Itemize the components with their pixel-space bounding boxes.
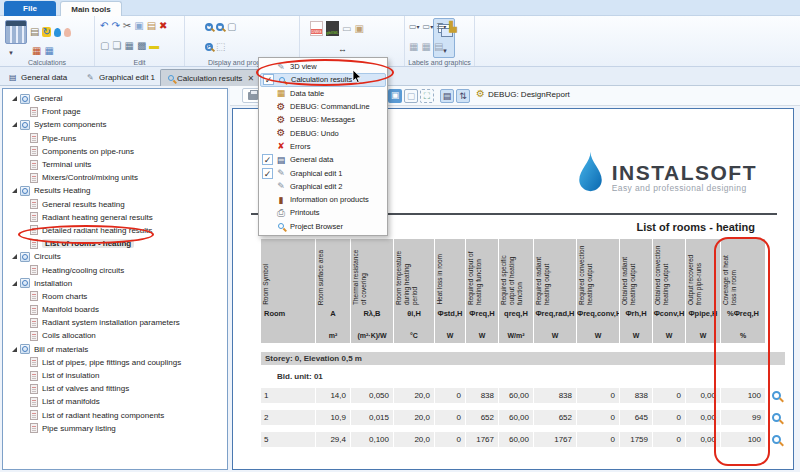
- close-tab-icon[interactable]: ✕: [247, 74, 254, 83]
- menu-item-information-on-products[interactable]: ▮Information on products: [260, 193, 386, 206]
- tree-item[interactable]: List of pipes, pipe fittings and couplin…: [3, 356, 227, 369]
- warm-drop-icon[interactable]: [64, 28, 71, 37]
- sort-columns-icon[interactable]: ⇅: [456, 89, 470, 103]
- menu-item-data-table[interactable]: ▦Data table: [260, 87, 386, 100]
- expand-arrow-icon[interactable]: [12, 96, 17, 101]
- tree-section-system-components[interactable]: System components: [3, 118, 227, 131]
- tree-section-circuits[interactable]: Circuits: [3, 250, 227, 263]
- tree-item[interactable]: List of valves and fittings: [3, 382, 227, 395]
- zoom-out-icon[interactable]: −: [216, 23, 224, 31]
- tab-main-tools[interactable]: Main tools: [60, 1, 122, 16]
- tree-item[interactable]: Mixers/Control/mixing units: [3, 171, 227, 184]
- tree-item[interactable]: Terminal units: [3, 158, 227, 171]
- tree-item[interactable]: List of insulation: [3, 369, 227, 382]
- doctab-calculation-results[interactable]: Calculation results ✕: [160, 69, 262, 86]
- menu-item-graphical-edit-2[interactable]: ✎Graphical edit 2: [260, 180, 386, 193]
- legend-icon[interactable]: ▙: [449, 22, 457, 32]
- redo-icon[interactable]: ↷: [111, 21, 119, 31]
- doctab-graphical-edit-1[interactable]: ✎ Graphical edit 1: [80, 69, 162, 86]
- symbol-cell: Rλ,B: [351, 307, 393, 321]
- gear-icon: ⚙: [275, 128, 287, 138]
- tree-item[interactable]: Heating/cooling circuits: [3, 263, 227, 276]
- tree-item[interactable]: Detailed radiant heating results: [3, 224, 227, 237]
- gbxml-file-icon[interactable]: [326, 21, 339, 36]
- menu-item-general-data[interactable]: ✓▤General data: [260, 153, 386, 166]
- row-magnifier-icon[interactable]: [772, 391, 781, 400]
- expand-arrow-icon[interactable]: [12, 188, 17, 193]
- text-lines-icon[interactable]: ☰▾: [436, 22, 446, 32]
- ruler-icon[interactable]: ▭: [342, 24, 351, 34]
- duplicate-icon[interactable]: ❏: [112, 41, 121, 51]
- menu-item-debug-messages[interactable]: ⚙DEBUG: Messages: [260, 113, 386, 126]
- copy-icon[interactable]: ▣: [134, 21, 143, 31]
- zoom-selection-icon[interactable]: ⬚: [216, 42, 225, 52]
- zoom-window-icon[interactable]: ▢: [227, 22, 236, 32]
- delete-icon[interactable]: ✖: [159, 21, 167, 31]
- tree-item[interactable]: Pipe summary listing: [3, 422, 227, 435]
- menu-item-debug-undo[interactable]: ⚙DEBUG: Undo: [260, 126, 386, 139]
- zoom-all-icon[interactable]: A: [205, 43, 213, 51]
- tree-item[interactable]: Front page: [3, 105, 227, 118]
- row-magnifier-icon[interactable]: [772, 435, 781, 444]
- menu-item-printouts[interactable]: ⎙Printouts: [260, 206, 386, 219]
- expand-arrow-icon[interactable]: [12, 281, 17, 286]
- label-frame-icon[interactable]: ▭▾: [423, 22, 434, 32]
- zoom-in-icon[interactable]: +: [205, 23, 213, 31]
- menu-item-3d-view[interactable]: ✎3D view: [260, 60, 386, 73]
- calculator-icon[interactable]: [5, 20, 27, 44]
- row-magnifier-icon[interactable]: [772, 413, 781, 422]
- doctab-general-data[interactable]: ▤ General data: [2, 69, 74, 86]
- layout-toggle-icon[interactable]: ▤: [440, 89, 454, 103]
- group-icon[interactable]: ▦: [124, 41, 133, 51]
- expand-arrow-icon[interactable]: [12, 347, 17, 352]
- outline-view-icon[interactable]: ▢: [404, 89, 418, 103]
- tree-section-bill-of-materials[interactable]: Bill of materials: [3, 343, 227, 356]
- results-grid-icon[interactable]: ▦: [32, 46, 41, 56]
- tree-item[interactable]: Pipe-runs: [3, 132, 227, 145]
- select-marquee-icon[interactable]: ▢: [100, 41, 109, 51]
- layers-icon[interactable]: ▩: [137, 41, 146, 51]
- water-drop-icon[interactable]: [54, 28, 61, 37]
- tree-item-selected[interactable]: List of rooms - heating: [3, 237, 227, 250]
- table-insert-icon[interactable]: ▦: [409, 42, 418, 52]
- measure-icon[interactable]: ↔: [338, 44, 347, 54]
- fill-view-icon[interactable]: ▣: [388, 89, 402, 103]
- tree-item[interactable]: Components on pipe-runs: [3, 145, 227, 158]
- debug-designreport-button[interactable]: ⚙ DEBUG: DesignReport: [476, 89, 570, 99]
- tree-item[interactable]: Radiant system installation parameters: [3, 316, 227, 329]
- tree-section-general[interactable]: General: [3, 92, 227, 105]
- tree-item[interactable]: Room charts: [3, 290, 227, 303]
- undo-icon[interactable]: ↶: [100, 21, 108, 31]
- menu-item-debug-commandline[interactable]: ⚙DEBUG: CommandLine: [260, 100, 386, 113]
- table-style-icon[interactable]: ▦: [421, 42, 430, 52]
- tree-section-installation[interactable]: Installation: [3, 277, 227, 290]
- panel-icon[interactable]: ▣: [354, 24, 363, 34]
- table-props-icon[interactable]: ▤: [434, 42, 443, 52]
- tab-file[interactable]: File: [4, 1, 56, 16]
- menu-item-graphical-edit-1[interactable]: ✓✎Graphical edit 1: [260, 166, 386, 179]
- page-icon: [30, 212, 38, 222]
- fit-page-icon[interactable]: ⛶: [420, 89, 434, 103]
- tree-item[interactable]: Coils allocation: [3, 329, 227, 342]
- label-shape-icon[interactable]: ▭▾: [409, 22, 420, 32]
- menu-item-calculation-results[interactable]: ✓Calculation results: [260, 73, 386, 86]
- calculations-dropdown-arrow[interactable]: ▼: [8, 50, 14, 56]
- paste-icon[interactable]: ▤: [147, 21, 156, 31]
- tree-item[interactable]: List of manifolds: [3, 395, 227, 408]
- tree-section-results-heating[interactable]: Results Heating: [3, 184, 227, 197]
- clipboard-icon[interactable]: ▤: [30, 27, 39, 37]
- menu-item-project-browser[interactable]: Project Browser: [260, 220, 386, 233]
- expand-arrow-icon[interactable]: [12, 254, 17, 259]
- tree-item[interactable]: Radiant heating general results: [3, 211, 227, 224]
- expand-arrow-icon[interactable]: [12, 122, 17, 127]
- dwg-file-icon[interactable]: [310, 21, 323, 36]
- recalculate-icon[interactable]: ↻: [42, 27, 50, 37]
- tree-item[interactable]: List of radiant heating components: [3, 409, 227, 422]
- tree-item[interactable]: General results heating: [3, 198, 227, 211]
- menu-item-errors[interactable]: ✘Errors: [260, 140, 386, 153]
- tree-item[interactable]: Manifold boards: [3, 303, 227, 316]
- options-grid-icon[interactable]: ▦: [44, 46, 53, 56]
- menu-label: 3D view: [290, 62, 317, 71]
- highlight-icon[interactable]: ▬: [149, 41, 159, 51]
- cut-icon[interactable]: ✂: [123, 21, 131, 31]
